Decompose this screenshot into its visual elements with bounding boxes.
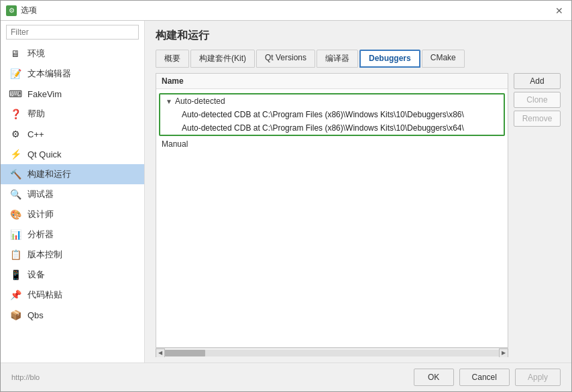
filter-input[interactable] <box>6 25 139 40</box>
tree-group-autodetected-header[interactable]: ▼ Auto-detected <box>160 94 504 108</box>
main-title: 构建和运行 <box>156 29 561 43</box>
sidebar-items: 🖥 环境 📝 文本编辑器 ⌨ FakeVim ❓ 帮助 ⚙ C++ <box>1 44 144 363</box>
sidebar: 🖥 环境 📝 文本编辑器 ⌨ FakeVim ❓ 帮助 ⚙ C++ <box>1 21 145 363</box>
sidebar-item-qtquick[interactable]: ⚡ Qt Quick <box>1 144 144 164</box>
sidebar-item-label: 调试器 <box>27 188 54 200</box>
sidebar-item-designer[interactable]: 🎨 设计师 <box>1 204 144 224</box>
analyzer-icon: 📊 <box>9 228 22 241</box>
cpp-icon: ⚙ <box>9 127 22 141</box>
dialog-title: 选项 <box>21 5 37 16</box>
scroll-track[interactable] <box>165 350 499 356</box>
tree-area[interactable]: Name ▼ Auto-detected Auto-detected CDB a… <box>156 73 508 348</box>
sidebar-item-texteditor[interactable]: 📝 文本编辑器 <box>1 64 144 84</box>
sidebar-item-label: 分析器 <box>27 228 54 241</box>
sidebar-item-label: 代码粘贴 <box>27 289 62 301</box>
apply-button[interactable]: Apply <box>515 369 561 386</box>
add-button[interactable]: Add <box>514 73 561 89</box>
tab-kit[interactable]: 构建套件(Kit) <box>190 50 255 68</box>
scroll-thumb[interactable] <box>165 350 205 356</box>
tree-group-label: Auto-detected <box>175 96 225 106</box>
sidebar-item-devices[interactable]: 📱 设备 <box>1 265 144 285</box>
sidebar-item-environment[interactable]: 🖥 环境 <box>1 44 144 64</box>
url-text: http://blo <box>11 373 408 381</box>
designer-icon: 🎨 <box>9 208 22 221</box>
side-buttons: Add Clone Remove <box>514 73 561 357</box>
sidebar-item-label: 构建和运行 <box>27 168 71 180</box>
sidebar-item-buildrun[interactable]: 🔨 构建和运行 <box>1 164 144 184</box>
chevron-down-icon: ▼ <box>166 98 172 105</box>
bottom-bar: http://blo OK Cancel Apply <box>1 363 571 391</box>
sidebar-item-label: 文本编辑器 <box>27 68 71 80</box>
tab-bar: 概要 构建套件(Kit) Qt Versions 编译器 Debuggers C… <box>156 50 561 68</box>
sidebar-item-label: 设计师 <box>27 208 54 220</box>
sidebar-item-label: C++ <box>27 129 44 139</box>
texteditor-icon: 📝 <box>9 67 22 80</box>
sidebar-item-label: 帮助 <box>27 108 45 120</box>
environment-icon: 🖥 <box>9 47 22 60</box>
sidebar-item-codepaste[interactable]: 📌 代码粘贴 <box>1 285 144 305</box>
vcs-icon: 📋 <box>9 248 22 261</box>
tree-container: Name ▼ Auto-detected Auto-detected CDB a… <box>156 73 508 357</box>
tab-qtversions[interactable]: Qt Versions <box>256 50 315 68</box>
help-icon: ❓ <box>9 107 22 121</box>
cancel-button[interactable]: Cancel <box>459 369 510 386</box>
qbs-icon: 📦 <box>9 308 22 322</box>
tree-content: ▼ Auto-detected Auto-detected CDB at C:\… <box>156 89 508 153</box>
remove-button[interactable]: Remove <box>514 111 561 127</box>
buildrun-icon: 🔨 <box>9 168 22 181</box>
tab-compiler[interactable]: 编译器 <box>317 50 358 68</box>
tree-column-header: Name <box>156 74 508 89</box>
sidebar-item-qbs[interactable]: 📦 Qbs <box>1 305 144 325</box>
sidebar-item-analyzer[interactable]: 📊 分析器 <box>1 224 144 245</box>
tree-item-cdb-x86[interactable]: Auto-detected CDB at C:\Program Files (x… <box>160 108 504 121</box>
clone-button[interactable]: Clone <box>514 92 561 108</box>
sidebar-item-label: 版本控制 <box>27 249 62 261</box>
tab-overview[interactable]: 概要 <box>156 50 189 68</box>
qtquick-icon: ⚡ <box>9 147 22 161</box>
main-panel: 构建和运行 概要 构建套件(Kit) Qt Versions 编译器 Debug… <box>145 21 571 363</box>
title-bar: ⚙ 选项 ✕ <box>1 1 571 21</box>
tree-item-cdb-x64[interactable]: Auto-detected CDB at C:\Program Files (x… <box>160 121 504 135</box>
scroll-left-arrow[interactable]: ◀ <box>156 348 165 358</box>
scroll-right-arrow[interactable]: ▶ <box>499 348 508 358</box>
codepaste-icon: 📌 <box>9 288 22 302</box>
sidebar-item-label: 设备 <box>27 269 45 281</box>
tab-cmake[interactable]: CMake <box>422 50 465 68</box>
sidebar-item-label: FakeVim <box>27 89 62 99</box>
sidebar-item-label: 环境 <box>27 48 45 60</box>
content-area: 🖥 环境 📝 文本编辑器 ⌨ FakeVim ❓ 帮助 ⚙ C++ <box>1 21 571 363</box>
sidebar-item-cpp[interactable]: ⚙ C++ <box>1 124 144 144</box>
dialog: ⚙ 选项 ✕ 🖥 环境 📝 文本编辑器 ⌨ FakeVim <box>0 0 572 392</box>
fakevim-icon: ⌨ <box>9 87 22 101</box>
sidebar-item-help[interactable]: ❓ 帮助 <box>1 104 144 124</box>
debugger-icon: 🔍 <box>9 188 22 201</box>
dialog-icon: ⚙ <box>6 5 17 16</box>
tab-debuggers[interactable]: Debuggers <box>359 50 420 68</box>
tree-group-manual[interactable]: Manual <box>156 137 508 151</box>
ok-button[interactable]: OK <box>414 369 454 386</box>
sidebar-item-vcs[interactable]: 📋 版本控制 <box>1 245 144 265</box>
panel-content: Name ▼ Auto-detected Auto-detected CDB a… <box>156 73 561 357</box>
sidebar-item-label: Qbs <box>27 310 44 320</box>
sidebar-item-fakevim[interactable]: ⌨ FakeVim <box>1 84 144 104</box>
devices-icon: 📱 <box>9 268 22 281</box>
tree-group-autodetected: ▼ Auto-detected Auto-detected CDB at C:\… <box>159 93 505 136</box>
close-button[interactable]: ✕ <box>553 4 566 17</box>
sidebar-item-debugger[interactable]: 🔍 调试器 <box>1 184 144 204</box>
sidebar-item-label: Qt Quick <box>27 149 62 159</box>
horizontal-scrollbar[interactable]: ◀ ▶ <box>156 348 508 357</box>
